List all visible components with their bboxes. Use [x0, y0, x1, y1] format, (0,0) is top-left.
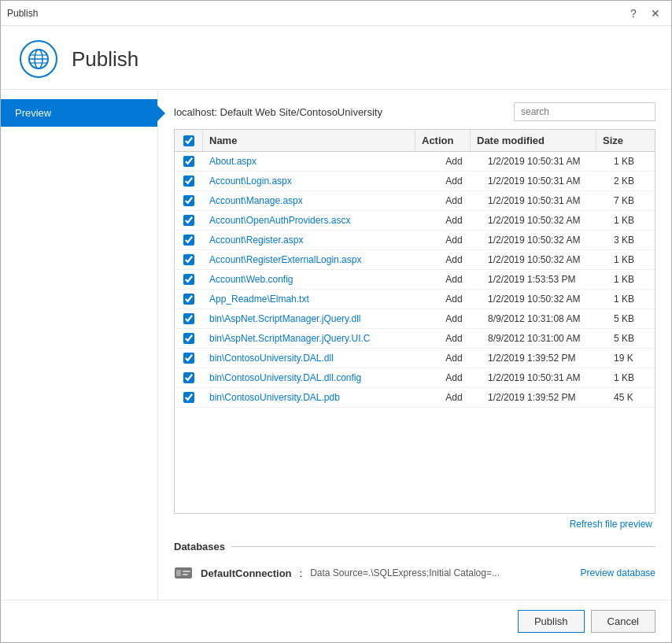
row-checkbox-cell — [175, 368, 203, 387]
row-date: 1/2/2019 10:50:32 AM — [482, 290, 607, 309]
file-table: Name Action Date modified Size About.asp… — [174, 129, 655, 514]
databases-divider — [231, 546, 655, 547]
row-checkbox-3[interactable] — [183, 215, 194, 226]
row-checkbox-9[interactable] — [183, 333, 194, 344]
table-row: bin\ContosoUniversity.DAL.dll Add 1/2/20… — [175, 349, 655, 368]
row-checkbox-cell — [175, 250, 203, 269]
row-action: Add — [426, 250, 482, 269]
title-bar-text: Publish — [7, 8, 624, 19]
databases-label: Databases — [174, 541, 225, 552]
row-date: 1/2/2019 1:39:52 PM — [482, 349, 607, 368]
table-row: bin\ContosoUniversity.DAL.dll.config Add… — [175, 368, 655, 388]
row-size: 5 KB — [607, 309, 655, 328]
content-area: Preview localhost: Default Web Site/Cont… — [1, 90, 671, 600]
row-name: Account\Manage.aspx — [203, 191, 426, 210]
row-date: 8/9/2012 10:31:00 AM — [482, 329, 607, 348]
preview-database-link[interactable]: Preview database — [581, 567, 655, 578]
cancel-button[interactable]: Cancel — [591, 610, 655, 633]
row-name: Account\Login.aspx — [203, 172, 426, 190]
db-icon — [174, 564, 193, 582]
row-action: Add — [426, 270, 482, 289]
table-header: Name Action Date modified Size — [175, 130, 655, 152]
location-text: localhost: Default Web Site/ContosoUnive… — [174, 106, 382, 118]
table-row: Account\Manage.aspx Add 1/2/2019 10:50:3… — [175, 191, 655, 211]
row-checkbox-2[interactable] — [183, 195, 194, 206]
search-input[interactable] — [514, 102, 655, 121]
row-size: 19 K — [607, 349, 655, 368]
row-size: 1 KB — [607, 152, 655, 171]
row-name: bin\ContosoUniversity.DAL.dll.config — [203, 368, 426, 387]
footer: Publish Cancel — [1, 600, 671, 642]
table-body: About.aspx Add 1/2/2019 10:50:31 AM 1 KB… — [175, 152, 655, 513]
row-name: bin\ContosoUniversity.DAL.dll — [203, 349, 426, 368]
row-action: Add — [426, 368, 482, 387]
row-checkbox-10[interactable] — [183, 353, 194, 364]
row-checkbox-1[interactable] — [183, 176, 194, 187]
title-bar-buttons: ? ✕ — [624, 4, 665, 23]
col-size: Size — [596, 130, 644, 151]
refresh-file-preview-link[interactable]: Refresh file preview — [174, 514, 655, 534]
row-checkbox-cell — [175, 309, 203, 328]
title-bar: Publish ? ✕ — [1, 1, 671, 26]
databases-header: Databases — [174, 541, 655, 552]
select-all-checkbox[interactable] — [183, 135, 194, 146]
row-size: 2 KB — [607, 172, 655, 190]
svg-rect-7 — [183, 571, 190, 572]
row-date: 1/2/2019 10:50:31 AM — [482, 172, 607, 190]
db-row: DefaultConnection : Data Source=.\SQLExp… — [174, 559, 655, 587]
publish-button[interactable]: Publish — [518, 610, 585, 633]
row-date: 1/2/2019 1:53:53 PM — [482, 270, 607, 289]
row-checkbox-cell — [175, 211, 203, 230]
row-date: 1/2/2019 10:50:31 AM — [482, 152, 607, 171]
row-checkbox-cell — [175, 388, 203, 407]
row-name: Account\Register.aspx — [203, 231, 426, 249]
row-size: 45 K — [607, 388, 655, 407]
row-checkbox-6[interactable] — [183, 274, 194, 285]
table-row: Account\OpenAuthProviders.ascx Add 1/2/2… — [175, 211, 655, 231]
row-size: 7 KB — [607, 191, 655, 210]
row-action: Add — [426, 231, 482, 249]
row-date: 8/9/2012 10:31:08 AM — [482, 309, 607, 328]
header-checkbox-cell — [175, 130, 203, 151]
help-button[interactable]: ? — [624, 4, 643, 23]
table-row: bin\AspNet.ScriptManager.jQuery.UI.C Add… — [175, 329, 655, 349]
svg-rect-8 — [183, 574, 188, 575]
col-name: Name — [203, 130, 415, 151]
row-size: 1 KB — [607, 368, 655, 387]
table-row: Account\Web.config Add 1/2/2019 1:53:53 … — [175, 270, 655, 290]
svg-rect-6 — [176, 570, 181, 576]
publish-icon — [20, 40, 57, 78]
db-list: DefaultConnection : Data Source=.\SQLExp… — [174, 559, 655, 587]
row-action: Add — [426, 290, 482, 309]
col-date: Date modified — [471, 130, 596, 151]
db-name: DefaultConnection — [201, 567, 292, 579]
sidebar-item-preview[interactable]: Preview — [1, 99, 157, 127]
row-checkbox-cell — [175, 152, 203, 171]
row-name: bin\ContosoUniversity.DAL.pdb — [203, 388, 426, 407]
row-checkbox-cell — [175, 270, 203, 289]
row-name: About.aspx — [203, 152, 426, 171]
row-action: Add — [426, 172, 482, 190]
close-button[interactable]: ✕ — [646, 4, 665, 23]
sidebar: Preview — [1, 90, 158, 600]
row-size: 5 KB — [607, 329, 655, 348]
table-row: bin\AspNet.ScriptManager.jQuery.dll Add … — [175, 309, 655, 329]
row-checkbox-cell — [175, 349, 203, 368]
table-row: Account\RegisterExternalLogin.aspx Add 1… — [175, 250, 655, 270]
databases-section: Databases DefaultConnection : Data Sourc… — [174, 541, 655, 587]
row-checkbox-0[interactable] — [183, 156, 194, 167]
row-checkbox-4[interactable] — [183, 235, 194, 246]
row-action: Add — [426, 349, 482, 368]
row-checkbox-cell — [175, 329, 203, 348]
row-action: Add — [426, 191, 482, 210]
row-name: Account\RegisterExternalLogin.aspx — [203, 250, 426, 269]
row-checkbox-8[interactable] — [183, 313, 194, 324]
row-checkbox-11[interactable] — [183, 372, 194, 383]
row-checkbox-12[interactable] — [183, 392, 194, 403]
row-action: Add — [426, 309, 482, 328]
row-name: Account\OpenAuthProviders.ascx — [203, 211, 426, 230]
table-row: bin\ContosoUniversity.DAL.pdb Add 1/2/20… — [175, 388, 655, 408]
row-checkbox-5[interactable] — [183, 254, 194, 265]
row-name: bin\AspNet.ScriptManager.jQuery.dll — [203, 309, 426, 328]
row-checkbox-7[interactable] — [183, 294, 194, 305]
